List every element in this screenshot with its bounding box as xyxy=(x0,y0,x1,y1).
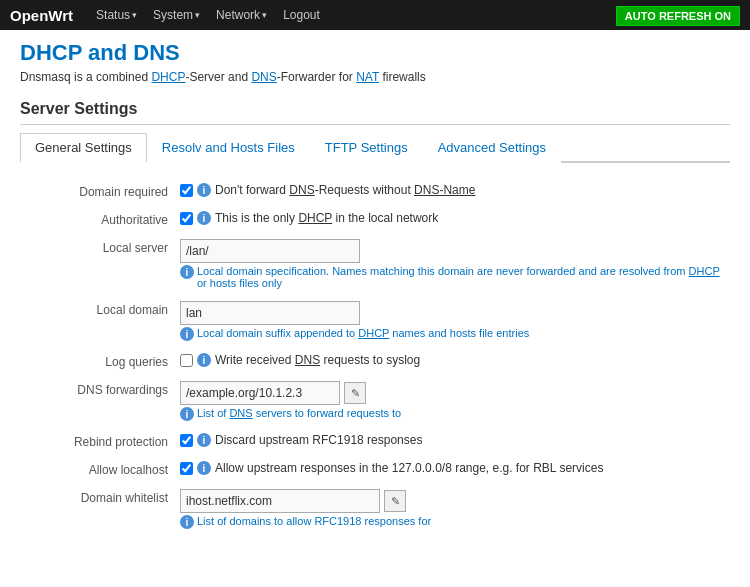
info-icon-allow-localhost[interactable]: i xyxy=(197,461,211,475)
label-local-server: Local server xyxy=(20,239,180,255)
info-icon-domain-whitelist[interactable]: i xyxy=(180,515,194,529)
edit-icon-domain-whitelist[interactable]: ✎ xyxy=(384,490,406,512)
desc-domain-whitelist: List of domains to allow RFC1918 respons… xyxy=(197,515,431,527)
row-local-domain: Local domain i Local domain suffix appen… xyxy=(20,295,730,347)
label-rebind-protection: Rebind protection xyxy=(20,433,180,449)
desc-local-domain: Local domain suffix appended to DHCP nam… xyxy=(197,327,529,339)
text-allow-localhost: Allow upstream responses in the 127.0.0.… xyxy=(215,461,603,475)
navbar: OpenWrt Status ▾ System ▾ Network ▾ Logo… xyxy=(0,0,750,30)
page-subtitle: Dnsmasq is a combined DHCP-Server and DN… xyxy=(20,70,730,84)
row-allow-localhost: Allow localhost i Allow upstream respons… xyxy=(20,455,730,483)
nav-network[interactable]: Network ▾ xyxy=(208,8,275,22)
row-authoritative: Authoritative i This is the only DHCP in… xyxy=(20,205,730,233)
text-rebind-protection: Discard upstream RFC1918 responses xyxy=(215,433,422,447)
label-allow-localhost: Allow localhost xyxy=(20,461,180,477)
label-domain-required: Domain required xyxy=(20,183,180,199)
brand[interactable]: OpenWrt xyxy=(10,7,73,24)
control-authoritative: i This is the only DHCP in the local net… xyxy=(180,211,730,225)
text-domain-required: Don't forward DNS-Requests without DNS-N… xyxy=(215,183,475,197)
page-title: DHCP and DNS xyxy=(20,40,730,66)
nat-link[interactable]: NAT xyxy=(356,70,379,84)
info-icon-rebind-protection[interactable]: i xyxy=(197,433,211,447)
info-icon-authoritative[interactable]: i xyxy=(197,211,211,225)
checkbox-domain-required[interactable] xyxy=(180,184,193,197)
row-log-queries: Log queries i Write received DNS request… xyxy=(20,347,730,375)
info-icon-dns-forwardings[interactable]: i xyxy=(180,407,194,421)
tab-general-settings[interactable]: General Settings xyxy=(20,133,147,163)
info-icon-log-queries[interactable]: i xyxy=(197,353,211,367)
page-content: DHCP and DNS Dnsmasq is a combined DHCP-… xyxy=(0,30,750,545)
row-local-server: Local server i Local domain specificatio… xyxy=(20,233,730,295)
tab-resolv-hosts[interactable]: Resolv and Hosts Files xyxy=(147,133,310,163)
control-rebind-protection: i Discard upstream RFC1918 responses xyxy=(180,433,730,447)
section-title: Server Settings xyxy=(20,100,730,125)
input-dns-forwardings[interactable] xyxy=(180,381,340,405)
control-domain-whitelist: ✎ i List of domains to allow RFC1918 res… xyxy=(180,489,730,529)
label-domain-whitelist: Domain whitelist xyxy=(20,489,180,505)
settings-table: Domain required i Don't forward DNS-Requ… xyxy=(20,177,730,535)
control-dns-forwardings: ✎ i List of DNS servers to forward reque… xyxy=(180,381,730,421)
input-local-server[interactable] xyxy=(180,239,360,263)
dns-link[interactable]: DNS xyxy=(251,70,276,84)
control-local-domain: i Local domain suffix appended to DHCP n… xyxy=(180,301,730,341)
text-authoritative: This is the only DHCP in the local netwo… xyxy=(215,211,438,225)
row-rebind-protection: Rebind protection i Discard upstream RFC… xyxy=(20,427,730,455)
chevron-down-icon: ▾ xyxy=(262,10,267,20)
checkbox-rebind-protection[interactable] xyxy=(180,434,193,447)
checkbox-log-queries[interactable] xyxy=(180,354,193,367)
info-icon-domain-required[interactable]: i xyxy=(197,183,211,197)
control-domain-required: i Don't forward DNS-Requests without DNS… xyxy=(180,183,730,197)
row-domain-whitelist: Domain whitelist ✎ i List of domains to … xyxy=(20,483,730,535)
dhcp-link[interactable]: DHCP xyxy=(151,70,185,84)
tab-tftp-settings[interactable]: TFTP Settings xyxy=(310,133,423,163)
chevron-down-icon: ▾ xyxy=(195,10,200,20)
row-dns-forwardings: DNS forwardings ✎ i List of DNS servers … xyxy=(20,375,730,427)
control-local-server: i Local domain specification. Names matc… xyxy=(180,239,730,289)
label-local-domain: Local domain xyxy=(20,301,180,317)
nav-logout[interactable]: Logout xyxy=(275,8,328,22)
text-log-queries: Write received DNS requests to syslog xyxy=(215,353,420,367)
chevron-down-icon: ▾ xyxy=(132,10,137,20)
label-dns-forwardings: DNS forwardings xyxy=(20,381,180,397)
checkbox-authoritative[interactable] xyxy=(180,212,193,225)
label-log-queries: Log queries xyxy=(20,353,180,369)
checkbox-allow-localhost[interactable] xyxy=(180,462,193,475)
nav-status[interactable]: Status ▾ xyxy=(88,8,145,22)
input-domain-whitelist[interactable] xyxy=(180,489,380,513)
control-log-queries: i Write received DNS requests to syslog xyxy=(180,353,730,367)
label-authoritative: Authoritative xyxy=(20,211,180,227)
edit-icon-dns-forwardings[interactable]: ✎ xyxy=(344,382,366,404)
info-icon-local-server[interactable]: i xyxy=(180,265,194,279)
auto-refresh-badge[interactable]: AUTO REFRESH ON xyxy=(616,6,740,26)
tab-advanced-settings[interactable]: Advanced Settings xyxy=(423,133,561,163)
info-icon-local-domain[interactable]: i xyxy=(180,327,194,341)
control-allow-localhost: i Allow upstream responses in the 127.0.… xyxy=(180,461,730,475)
auto-refresh-area: AUTO REFRESH ON xyxy=(616,8,740,23)
nav-system[interactable]: System ▾ xyxy=(145,8,208,22)
input-local-domain[interactable] xyxy=(180,301,360,325)
tabs: General Settings Resolv and Hosts Files … xyxy=(20,133,730,163)
row-domain-required: Domain required i Don't forward DNS-Requ… xyxy=(20,177,730,205)
desc-dns-forwardings: List of DNS servers to forward requests … xyxy=(197,407,401,419)
desc-local-server: Local domain specification. Names matchi… xyxy=(197,265,730,289)
